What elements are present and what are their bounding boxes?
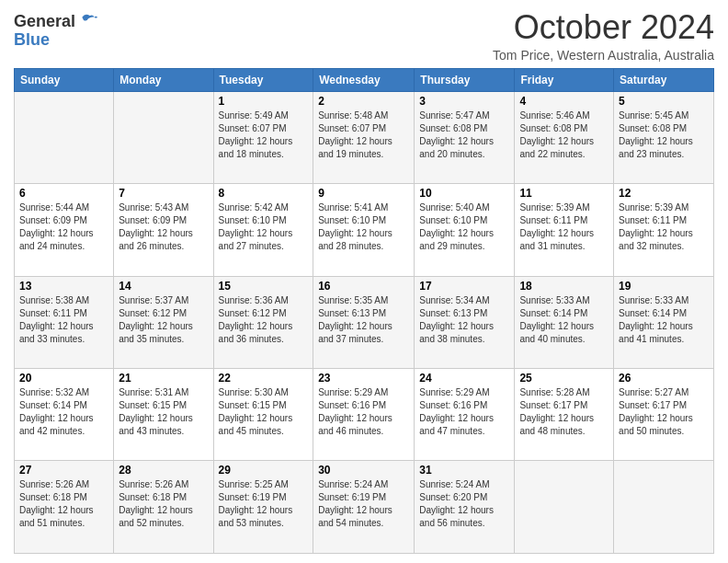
day-number: 1	[219, 95, 309, 108]
table-row	[15, 91, 114, 183]
table-row: 30Sunrise: 5:24 AMSunset: 6:19 PMDayligh…	[313, 461, 415, 554]
table-row: 21Sunrise: 5:31 AMSunset: 6:15 PMDayligh…	[114, 369, 213, 461]
table-row: 9Sunrise: 5:41 AMSunset: 6:10 PMDaylight…	[313, 184, 415, 276]
calendar-header-row: Sunday Monday Tuesday Wednesday Thursday…	[15, 68, 714, 91]
table-row: 20Sunrise: 5:32 AMSunset: 6:14 PMDayligh…	[15, 369, 114, 461]
day-number: 24	[419, 372, 509, 385]
col-friday: Friday	[515, 68, 614, 91]
day-number: 4	[519, 95, 609, 108]
table-row: 28Sunrise: 5:26 AMSunset: 6:18 PMDayligh…	[114, 461, 213, 554]
day-info: Sunrise: 5:39 AMSunset: 6:11 PMDaylight:…	[619, 201, 709, 253]
col-wednesday: Wednesday	[313, 68, 415, 91]
day-number: 30	[318, 464, 409, 477]
day-info: Sunrise: 5:37 AMSunset: 6:12 PMDaylight:…	[119, 294, 208, 346]
month-title: October 2024	[493, 9, 714, 46]
col-thursday: Thursday	[415, 68, 515, 91]
day-number: 17	[419, 280, 509, 293]
table-row: 6Sunrise: 5:44 AMSunset: 6:09 PMDaylight…	[15, 184, 114, 276]
day-info: Sunrise: 5:49 AMSunset: 6:07 PMDaylight:…	[219, 109, 309, 161]
day-info: Sunrise: 5:47 AMSunset: 6:08 PMDaylight:…	[419, 109, 509, 161]
day-number: 19	[619, 280, 709, 293]
table-row	[515, 461, 614, 554]
day-number: 8	[219, 187, 309, 200]
logo-general-text: General	[14, 13, 75, 31]
day-info: Sunrise: 5:41 AMSunset: 6:10 PMDaylight:…	[318, 201, 409, 253]
day-info: Sunrise: 5:44 AMSunset: 6:09 PMDaylight:…	[19, 201, 108, 253]
day-number: 14	[119, 280, 208, 293]
day-number: 28	[119, 464, 208, 477]
day-info: Sunrise: 5:24 AMSunset: 6:19 PMDaylight:…	[318, 478, 409, 530]
day-number: 13	[19, 280, 108, 293]
table-row	[114, 91, 213, 183]
day-number: 21	[119, 372, 208, 385]
day-number: 7	[119, 187, 208, 200]
calendar-table: Sunday Monday Tuesday Wednesday Thursday…	[14, 68, 714, 554]
col-sunday: Sunday	[15, 68, 114, 91]
col-saturday: Saturday	[614, 68, 714, 91]
day-number: 12	[619, 187, 709, 200]
table-row: 26Sunrise: 5:27 AMSunset: 6:17 PMDayligh…	[614, 369, 714, 461]
day-info: Sunrise: 5:48 AMSunset: 6:07 PMDaylight:…	[318, 109, 409, 161]
day-info: Sunrise: 5:42 AMSunset: 6:10 PMDaylight:…	[219, 201, 309, 253]
table-row: 29Sunrise: 5:25 AMSunset: 6:19 PMDayligh…	[213, 461, 313, 554]
table-row: 5Sunrise: 5:45 AMSunset: 6:08 PMDaylight…	[614, 91, 714, 183]
day-number: 26	[619, 372, 709, 385]
table-row: 17Sunrise: 5:34 AMSunset: 6:13 PMDayligh…	[415, 276, 515, 368]
table-row: 3Sunrise: 5:47 AMSunset: 6:08 PMDaylight…	[415, 91, 515, 183]
day-info: Sunrise: 5:24 AMSunset: 6:20 PMDaylight:…	[419, 478, 509, 530]
day-number: 23	[318, 372, 409, 385]
day-number: 29	[219, 464, 309, 477]
day-number: 15	[219, 280, 309, 293]
col-tuesday: Tuesday	[213, 68, 313, 91]
day-number: 16	[318, 280, 409, 293]
day-info: Sunrise: 5:33 AMSunset: 6:14 PMDaylight:…	[519, 294, 609, 346]
day-number: 11	[519, 187, 609, 200]
table-row	[614, 461, 714, 554]
day-number: 20	[19, 372, 108, 385]
calendar-week-row: 20Sunrise: 5:32 AMSunset: 6:14 PMDayligh…	[15, 369, 714, 461]
day-info: Sunrise: 5:26 AMSunset: 6:18 PMDaylight:…	[119, 478, 208, 530]
day-number: 25	[519, 372, 609, 385]
table-row: 1Sunrise: 5:49 AMSunset: 6:07 PMDaylight…	[213, 91, 313, 183]
table-row: 23Sunrise: 5:29 AMSunset: 6:16 PMDayligh…	[313, 369, 415, 461]
calendar-week-row: 6Sunrise: 5:44 AMSunset: 6:09 PMDaylight…	[15, 184, 714, 276]
title-block: October 2024 Tom Price, Western Australi…	[493, 9, 714, 63]
calendar-page: General Blue October 2024 Tom Price, Wes…	[0, 0, 728, 563]
day-info: Sunrise: 5:31 AMSunset: 6:15 PMDaylight:…	[119, 386, 208, 438]
table-row: 31Sunrise: 5:24 AMSunset: 6:20 PMDayligh…	[415, 461, 515, 554]
day-info: Sunrise: 5:43 AMSunset: 6:09 PMDaylight:…	[119, 201, 208, 253]
table-row: 16Sunrise: 5:35 AMSunset: 6:13 PMDayligh…	[313, 276, 415, 368]
table-row: 18Sunrise: 5:33 AMSunset: 6:14 PMDayligh…	[515, 276, 614, 368]
table-row: 14Sunrise: 5:37 AMSunset: 6:12 PMDayligh…	[114, 276, 213, 368]
day-info: Sunrise: 5:45 AMSunset: 6:08 PMDaylight:…	[619, 109, 709, 161]
table-row: 8Sunrise: 5:42 AMSunset: 6:10 PMDaylight…	[213, 184, 313, 276]
day-info: Sunrise: 5:29 AMSunset: 6:16 PMDaylight:…	[318, 386, 409, 438]
day-number: 10	[419, 187, 509, 200]
day-info: Sunrise: 5:30 AMSunset: 6:15 PMDaylight:…	[219, 386, 309, 438]
table-row: 2Sunrise: 5:48 AMSunset: 6:07 PMDaylight…	[313, 91, 415, 183]
day-info: Sunrise: 5:34 AMSunset: 6:13 PMDaylight:…	[419, 294, 509, 346]
table-row: 13Sunrise: 5:38 AMSunset: 6:11 PMDayligh…	[15, 276, 114, 368]
day-number: 18	[519, 280, 609, 293]
calendar-week-row: 27Sunrise: 5:26 AMSunset: 6:18 PMDayligh…	[15, 461, 714, 554]
calendar-week-row: 1Sunrise: 5:49 AMSunset: 6:07 PMDaylight…	[15, 91, 714, 183]
day-info: Sunrise: 5:27 AMSunset: 6:17 PMDaylight:…	[619, 386, 709, 438]
table-row: 4Sunrise: 5:46 AMSunset: 6:08 PMDaylight…	[515, 91, 614, 183]
day-info: Sunrise: 5:39 AMSunset: 6:11 PMDaylight:…	[519, 201, 609, 253]
logo: General Blue	[14, 13, 97, 50]
day-info: Sunrise: 5:46 AMSunset: 6:08 PMDaylight:…	[519, 109, 609, 161]
day-number: 31	[419, 464, 509, 477]
col-monday: Monday	[114, 68, 213, 91]
day-info: Sunrise: 5:25 AMSunset: 6:19 PMDaylight:…	[219, 478, 309, 530]
day-info: Sunrise: 5:36 AMSunset: 6:12 PMDaylight:…	[219, 294, 309, 346]
logo-blue-text: Blue	[14, 31, 97, 50]
day-number: 27	[19, 464, 108, 477]
day-number: 5	[619, 95, 709, 108]
table-row: 25Sunrise: 5:28 AMSunset: 6:17 PMDayligh…	[515, 369, 614, 461]
day-info: Sunrise: 5:40 AMSunset: 6:10 PMDaylight:…	[419, 201, 509, 253]
logo-bird-icon	[79, 11, 97, 29]
header: General Blue October 2024 Tom Price, Wes…	[14, 9, 714, 63]
table-row: 19Sunrise: 5:33 AMSunset: 6:14 PMDayligh…	[614, 276, 714, 368]
day-number: 2	[318, 95, 409, 108]
table-row: 27Sunrise: 5:26 AMSunset: 6:18 PMDayligh…	[15, 461, 114, 554]
